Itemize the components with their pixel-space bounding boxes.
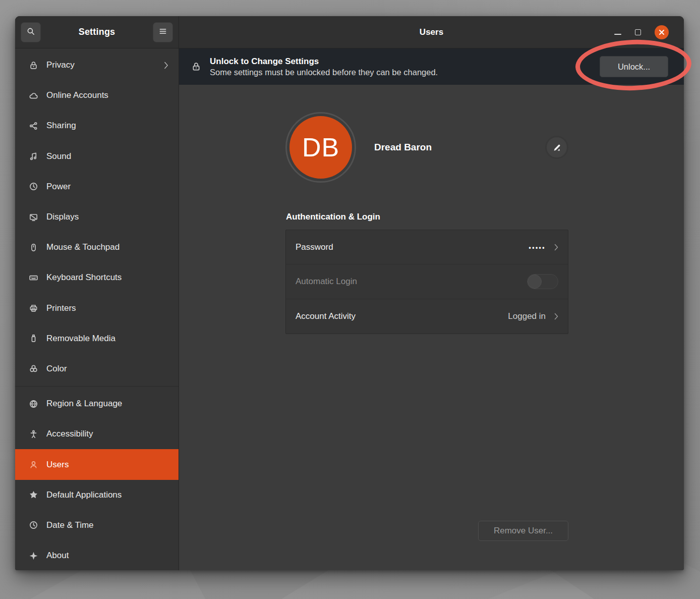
display-icon xyxy=(28,212,38,222)
sidebar-item-default-applications[interactable]: Default Applications xyxy=(15,480,179,510)
infobar-title: Unlock to Change Settings xyxy=(210,57,438,67)
password-row[interactable]: Password ••••• xyxy=(286,230,568,264)
automatic-login-row: Automatic Login xyxy=(286,264,568,299)
close-icon xyxy=(659,29,665,35)
sidebar-list: Privacy Online Accounts Sharing Sound Po… xyxy=(15,48,179,570)
section-title: Authentication & Login xyxy=(286,212,380,222)
avatar: DB xyxy=(285,112,356,183)
automatic-login-toggle[interactable] xyxy=(527,274,558,289)
sidebar-item-sound[interactable]: Sound xyxy=(15,141,179,172)
unlock-infobar: Unlock to Change Settings Some settings … xyxy=(179,48,684,85)
account-activity-row[interactable]: Account Activity Logged in xyxy=(286,299,568,334)
sidebar: Settings Privacy Online Accounts Sharing… xyxy=(15,16,179,570)
sidebar-item-users[interactable]: Users xyxy=(15,449,179,479)
user-card: DB Dread Baron xyxy=(285,112,568,183)
printer-icon xyxy=(28,303,38,313)
sidebar-item-keyboard-shortcuts[interactable]: Keyboard Shortcuts xyxy=(15,262,179,293)
chevron-right-icon xyxy=(554,244,558,251)
users-panel: DB Dread Baron Authentication & Login Pa… xyxy=(179,85,684,570)
pencil-icon xyxy=(552,143,562,152)
sidebar-item-sharing[interactable]: Sharing xyxy=(15,111,179,141)
auth-list: Password ••••• Automatic Login Account A… xyxy=(285,230,568,334)
menu-icon xyxy=(158,27,167,38)
maximize-icon xyxy=(635,29,641,35)
settings-window: Settings Privacy Online Accounts Sharing… xyxy=(15,16,684,570)
account-activity-value: Logged in xyxy=(508,311,546,321)
remove-user-button[interactable]: Remove User... xyxy=(478,521,568,541)
search-icon xyxy=(26,27,35,38)
infobar-text: Unlock to Change Settings Some settings … xyxy=(210,57,438,77)
minimize-button[interactable] xyxy=(614,29,621,35)
sparkle-icon xyxy=(28,551,38,561)
usb-icon xyxy=(28,334,38,344)
edit-name-button[interactable] xyxy=(545,136,568,159)
password-value: ••••• xyxy=(529,243,546,251)
page-title: Users xyxy=(179,27,684,37)
color-icon xyxy=(28,364,38,374)
sound-icon xyxy=(28,151,38,161)
content-column: DB Dread Baron Authentication & Login Pa… xyxy=(285,85,568,570)
lock-icon xyxy=(191,62,201,72)
sidebar-item-accessibility[interactable]: Accessibility xyxy=(15,419,179,449)
share-icon xyxy=(28,121,38,131)
sidebar-item-power[interactable]: Power xyxy=(15,172,179,202)
clock-icon xyxy=(28,520,38,530)
infobar-subtitle: Some settings must be unlocked before th… xyxy=(210,68,438,77)
close-button[interactable] xyxy=(655,25,669,39)
star-icon xyxy=(28,490,38,500)
menu-button[interactable] xyxy=(153,22,173,42)
users-icon xyxy=(28,460,38,470)
accessibility-icon xyxy=(28,429,38,439)
search-button[interactable] xyxy=(21,22,41,42)
user-full-name: Dread Baron xyxy=(374,142,432,153)
account-activity-label: Account Activity xyxy=(296,311,356,321)
sidebar-header: Settings xyxy=(15,16,179,48)
chevron-right-icon xyxy=(554,313,558,320)
mouse-icon xyxy=(28,242,38,252)
main-pane: Users Unlock to Change Settings Some set… xyxy=(179,16,684,570)
automatic-login-label: Automatic Login xyxy=(296,277,357,287)
toggle-knob xyxy=(528,275,542,289)
lock-icon xyxy=(28,60,38,70)
sidebar-item-color[interactable]: Color xyxy=(15,354,179,384)
sidebar-item-mouse-touchpad[interactable]: Mouse & Touchpad xyxy=(15,232,179,262)
maximize-button[interactable] xyxy=(635,29,641,35)
unlock-button[interactable]: Unlock... xyxy=(600,56,668,77)
sidebar-item-region-language[interactable]: Region & Language xyxy=(15,389,179,419)
globe-icon xyxy=(28,399,38,409)
sidebar-item-removable-media[interactable]: Removable Media xyxy=(15,323,179,354)
sidebar-item-online-accounts[interactable]: Online Accounts xyxy=(15,80,179,111)
sidebar-item-privacy[interactable]: Privacy xyxy=(15,50,179,80)
keyboard-icon xyxy=(28,273,38,283)
avatar-initials: DB xyxy=(289,116,352,179)
window-controls xyxy=(614,25,684,39)
chevron-right-icon xyxy=(164,62,168,69)
password-label: Password xyxy=(296,242,333,252)
minimize-icon xyxy=(614,34,621,35)
sidebar-item-about[interactable]: About xyxy=(15,540,179,570)
sidebar-title: Settings xyxy=(41,27,153,37)
sidebar-item-date-time[interactable]: Date & Time xyxy=(15,510,179,540)
headerbar: Users xyxy=(179,16,684,48)
sidebar-item-displays[interactable]: Displays xyxy=(15,202,179,232)
sidebar-item-printers[interactable]: Printers xyxy=(15,293,179,323)
power-icon xyxy=(28,182,38,192)
cloud-icon xyxy=(28,90,38,100)
sidebar-separator xyxy=(15,386,179,387)
